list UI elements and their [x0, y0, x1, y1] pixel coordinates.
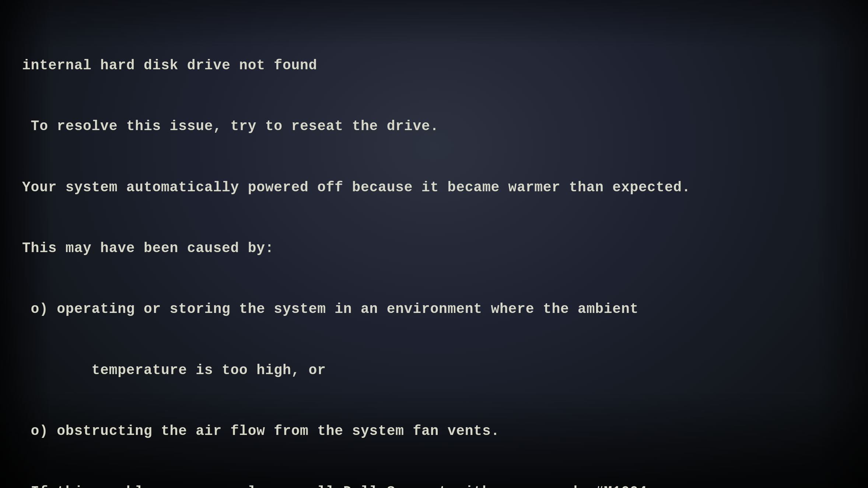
error-line-3: Your system automatically powered off be…	[22, 177, 690, 198]
error-line-5: o) operating or storing the system in an…	[22, 299, 690, 319]
error-line-8: If this problem recurs, please call Dell…	[22, 482, 690, 488]
error-line-7: o) obstructing the air flow from the sys…	[22, 421, 690, 441]
error-line-2: To resolve this issue, try to reseat the…	[22, 116, 690, 136]
bios-error-screen: internal hard disk drive not found To re…	[0, 0, 868, 488]
error-line-1: internal hard disk drive not found	[22, 55, 690, 76]
error-line-6: temperature is too high, or	[22, 360, 690, 380]
error-message-content: internal hard disk drive not found To re…	[22, 15, 690, 488]
error-line-4: This may have been caused by:	[22, 238, 690, 258]
